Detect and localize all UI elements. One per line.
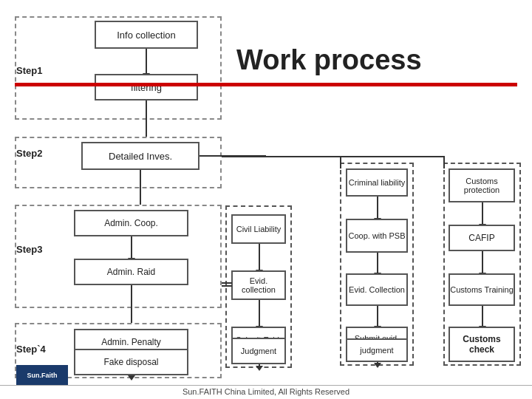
info-collection-box: Info collection xyxy=(95,21,198,49)
double-arrow-left2 xyxy=(222,285,232,287)
arrow-filtering-down xyxy=(146,100,147,139)
customs-check-box: Customs check xyxy=(449,327,515,362)
arrow-cooppsb-down xyxy=(377,253,378,273)
step2-label: Step2 xyxy=(16,148,42,159)
civil-liability-box: Civil Liability xyxy=(231,214,286,244)
logo-box: Sun.Faith xyxy=(16,365,68,386)
criminal-liability-box: Criminal liability xyxy=(346,168,408,197)
arrow-evidleft-down xyxy=(259,300,260,327)
cafip-box: CAFIP xyxy=(449,225,515,251)
step4-label: Step`4 xyxy=(16,344,46,355)
arrow-admincoop-down xyxy=(131,236,132,259)
filtering-box: filtering xyxy=(95,74,198,100)
page-title: Work process xyxy=(236,44,422,76)
horiz-arrow-civil xyxy=(200,155,266,157)
arrow-customprot-down xyxy=(482,202,483,225)
double-arrow-left1 xyxy=(222,282,232,284)
evid-collection-right-box: Evid. Collection xyxy=(346,273,408,306)
vert-connect-customs xyxy=(443,156,445,168)
red-divider xyxy=(15,83,517,86)
arrow-evidright-down xyxy=(377,306,378,327)
step3-label: Step3 xyxy=(16,244,42,255)
arrow-customstraining-down xyxy=(482,306,483,327)
judgment-left-box: Judgment xyxy=(231,338,286,364)
admin-coop-box: Admin. Coop. xyxy=(74,210,188,236)
horiz-top-right xyxy=(340,156,445,157)
footer: Sun.FAITH China Limited, All Rights Rese… xyxy=(0,385,532,396)
detailed-inves-box: Detailed Inves. xyxy=(81,142,200,170)
arrow-detailed-down xyxy=(140,170,141,207)
arrow-civil-down xyxy=(259,244,260,270)
fake-disposal-box: Fake disposal xyxy=(74,349,188,375)
customs-protection-box: Customs protection xyxy=(449,168,515,202)
step1-label: Step1 xyxy=(16,65,42,76)
customs-training-box: Customs Training xyxy=(449,273,515,306)
coop-psb-box: Coop. with PSB xyxy=(346,219,408,253)
arrow-cafip-down xyxy=(482,251,483,273)
admin-raid-box: Admin. Raid xyxy=(74,259,188,285)
arrow-adminraid-down xyxy=(131,285,132,325)
arrow-criminal-down xyxy=(377,197,378,219)
footer-text: Sun.FAITH China Limited, All Rights Rese… xyxy=(183,387,349,396)
main-container: Work process Step1 Info collection filte… xyxy=(0,0,532,399)
judgment-right-box: judgment xyxy=(346,338,408,362)
vert-connect-psb xyxy=(340,156,341,168)
evid-collection-left-box: Evid. collection xyxy=(231,270,286,300)
logo-text: Sun.Faith xyxy=(27,372,58,379)
arrow-info-to-filtering xyxy=(146,49,147,74)
